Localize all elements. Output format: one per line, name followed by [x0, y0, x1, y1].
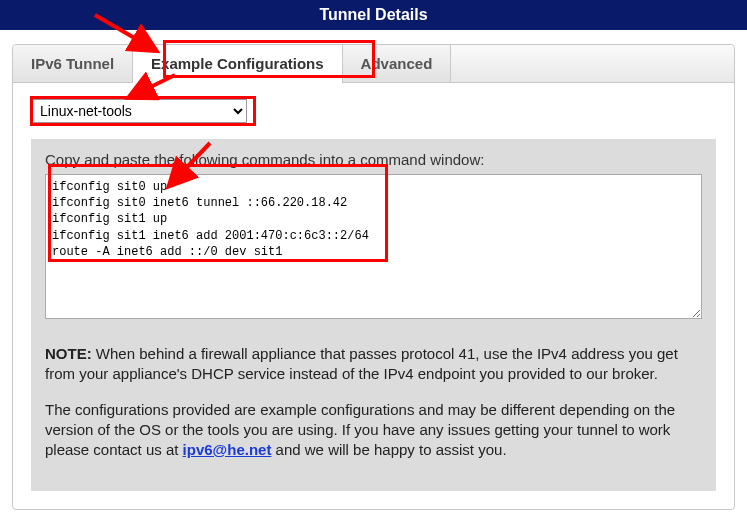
- tabs: IPv6 Tunnel Example Configurations Advan…: [13, 45, 734, 83]
- tab-advanced[interactable]: Advanced: [343, 45, 452, 82]
- note-p2b: and we will be happy to assist you.: [271, 441, 506, 458]
- instruction-text: Copy and paste the following commands in…: [45, 151, 702, 168]
- support-email-link[interactable]: ipv6@he.net: [183, 441, 272, 458]
- commands-textarea[interactable]: [45, 174, 702, 319]
- tab-content: Linux-net-tools Copy and paste the follo…: [13, 83, 734, 509]
- commands-box: Copy and paste the following commands in…: [31, 139, 716, 491]
- os-select[interactable]: Linux-net-tools: [31, 99, 247, 123]
- note-block: NOTE: When behind a firewall appliance t…: [45, 344, 702, 460]
- note-label: NOTE:: [45, 345, 92, 362]
- tab-ipv6-tunnel[interactable]: IPv6 Tunnel: [13, 45, 133, 82]
- note-p1: When behind a firewall appliance that pa…: [45, 345, 678, 382]
- tunnel-panel: IPv6 Tunnel Example Configurations Advan…: [12, 44, 735, 510]
- os-select-wrap: Linux-net-tools: [31, 99, 716, 123]
- tab-example-configurations[interactable]: Example Configurations: [133, 45, 343, 82]
- page-title: Tunnel Details: [0, 0, 747, 30]
